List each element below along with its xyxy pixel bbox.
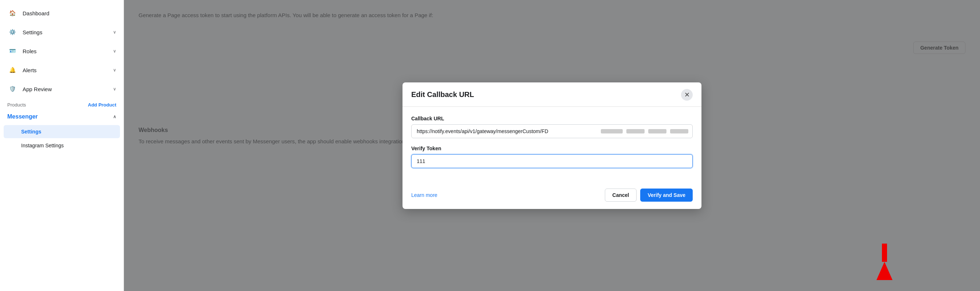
sidebar-item-label: Settings [22, 29, 42, 35]
footer-buttons: Cancel Verify and Save [605, 189, 693, 202]
modal-body: Callback URL Verify Token [402, 107, 702, 183]
verify-token-label: Verify Token [411, 145, 693, 151]
verify-token-field-group: Verify Token [411, 145, 693, 168]
messenger-settings-label: Settings [21, 129, 41, 135]
main-content: Generate a Page access token to start us… [124, 0, 980, 291]
modal-title: Edit Callback URL [411, 91, 474, 99]
alerts-icon: 🔔 [7, 65, 18, 75]
arrow-head [877, 262, 892, 280]
chevron-down-icon: ∨ [113, 30, 116, 35]
url-mask-3 [648, 129, 667, 134]
settings-icon: ⚙️ [7, 27, 18, 37]
roles-icon: 🪪 [7, 46, 18, 56]
modal-footer: Learn more Cancel Verify and Save [402, 183, 702, 209]
messenger-label: Messenger [7, 113, 38, 120]
red-arrow-indicator [877, 243, 892, 280]
arrow-stem [882, 243, 887, 262]
modal-close-button[interactable]: ✕ [681, 89, 693, 101]
chevron-down-icon: ∨ [113, 86, 116, 92]
callback-url-field-group: Callback URL [411, 116, 693, 138]
chevron-down-icon: ∨ [113, 49, 116, 54]
sidebar-item-messenger-settings[interactable]: Settings [4, 125, 120, 138]
sidebar-item-dashboard[interactable]: 🏠 Dashboard [0, 4, 124, 22]
learn-more-link[interactable]: Learn more [411, 192, 438, 198]
sidebar-item-label: Roles [22, 48, 37, 54]
chevron-down-icon: ∨ [113, 67, 116, 73]
modal-overlay: Edit Callback URL ✕ Callback URL [124, 0, 980, 291]
app-review-icon: 🛡️ [7, 84, 18, 94]
dashboard-icon: 🏠 [7, 8, 18, 18]
sidebar-item-app-review[interactable]: 🛡️ App Review ∨ [0, 80, 124, 99]
sidebar-item-label: Dashboard [22, 10, 49, 16]
sidebar: 🏠 Dashboard ⚙️ Settings ∨ 🪪 Roles ∨ 🔔 Al… [0, 0, 124, 291]
chevron-up-icon: ∧ [113, 114, 116, 119]
url-mask-container [600, 129, 688, 134]
products-section: Products Add Product [0, 99, 124, 109]
url-mask-2 [626, 129, 644, 134]
callback-url-label: Callback URL [411, 116, 693, 121]
sidebar-item-instagram-settings[interactable]: Instagram Settings [0, 139, 124, 152]
sidebar-item-messenger[interactable]: Messenger ∧ [0, 109, 124, 124]
add-product-link[interactable]: Add Product [88, 102, 116, 108]
sidebar-item-roles[interactable]: 🪪 Roles ∨ [0, 41, 124, 60]
verify-and-save-button[interactable]: Verify and Save [640, 189, 693, 202]
sidebar-item-label: App Review [22, 86, 52, 92]
sidebar-item-label: Alerts [22, 67, 37, 73]
url-mask-1 [601, 129, 623, 134]
instagram-settings-label: Instagram Settings [21, 143, 64, 148]
modal-header: Edit Callback URL ✕ [402, 83, 702, 107]
cancel-button[interactable]: Cancel [605, 189, 637, 202]
sidebar-item-settings[interactable]: ⚙️ Settings ∨ [0, 22, 124, 41]
url-mask-4 [670, 129, 688, 134]
sidebar-item-alerts[interactable]: 🔔 Alerts ∨ [0, 60, 124, 80]
products-label: Products [7, 102, 26, 108]
edit-callback-url-modal: Edit Callback URL ✕ Callback URL [402, 83, 702, 209]
verify-token-input[interactable] [411, 154, 693, 168]
